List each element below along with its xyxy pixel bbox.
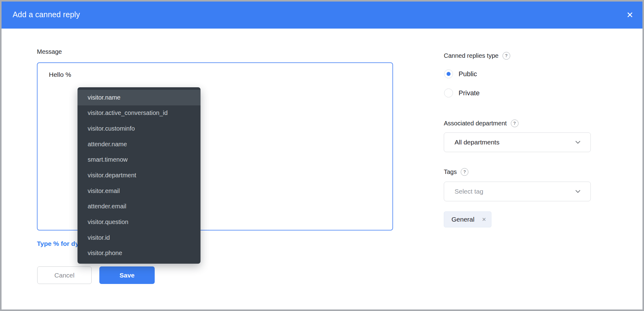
help-icon[interactable]: ?	[503, 52, 510, 60]
autocomplete-item[interactable]: attender.name	[78, 136, 201, 152]
remove-tag-icon[interactable]: ✕	[482, 216, 486, 222]
tag-select-placeholder: Select tag	[455, 188, 483, 195]
chevron-down-icon	[574, 138, 582, 146]
canned-replies-type-label-row: Canned replies type ?	[444, 52, 510, 60]
radio-circle	[444, 69, 453, 78]
help-icon[interactable]: ?	[511, 120, 519, 127]
autocomplete-item[interactable]: visitor.id	[78, 230, 201, 246]
chevron-down-icon	[574, 187, 582, 195]
help-icon[interactable]: ?	[461, 168, 468, 176]
message-text: Hello %	[49, 71, 71, 78]
canned-replies-type-label: Canned replies type	[444, 52, 499, 59]
tags-label: Tags	[444, 168, 457, 175]
message-label: Message	[37, 48, 62, 55]
modal-header: Add a canned reply	[0, 0, 644, 29]
autocomplete-item[interactable]: attender.email	[78, 199, 201, 214]
radio-public[interactable]: Public	[444, 69, 477, 78]
radio-private[interactable]: Private	[444, 89, 479, 97]
associated-department-label-row: Associated department ?	[444, 119, 519, 127]
cancel-button[interactable]: Cancel	[37, 266, 92, 284]
autocomplete-dropdown: visitor.name visitor.active_conversation…	[78, 87, 201, 264]
tags-label-row: Tags ?	[444, 168, 468, 176]
autocomplete-item[interactable]: smart.timenow	[78, 152, 201, 168]
radio-dot	[447, 72, 451, 76]
department-select[interactable]: All departments	[444, 132, 591, 152]
tag-chip-label: General	[451, 216, 475, 223]
autocomplete-item[interactable]: visitor.phone	[78, 245, 201, 261]
department-select-value: All departments	[455, 139, 499, 146]
autocomplete-item[interactable]: visitor.custominfo	[78, 121, 201, 136]
tag-select[interactable]: Select tag	[444, 182, 591, 201]
radio-dot	[447, 91, 451, 95]
autocomplete-item[interactable]: visitor.question	[78, 214, 201, 230]
radio-label-public: Public	[459, 70, 477, 78]
close-button[interactable]: ✕	[623, 8, 637, 22]
radio-label-private: Private	[459, 89, 479, 97]
save-button[interactable]: Save	[99, 266, 155, 284]
autocomplete-item[interactable]: visitor.active_conversation_id	[78, 105, 201, 121]
autocomplete-item[interactable]: visitor.name	[78, 90, 201, 105]
radio-circle	[444, 89, 453, 97]
associated-department-label: Associated department	[444, 120, 507, 127]
close-icon: ✕	[626, 10, 634, 20]
autocomplete-item[interactable]: visitor.email	[78, 183, 201, 199]
tag-chip: General ✕	[444, 211, 491, 227]
modal-title: Add a canned reply	[13, 10, 80, 19]
autocomplete-item[interactable]: visitor.department	[78, 167, 201, 183]
